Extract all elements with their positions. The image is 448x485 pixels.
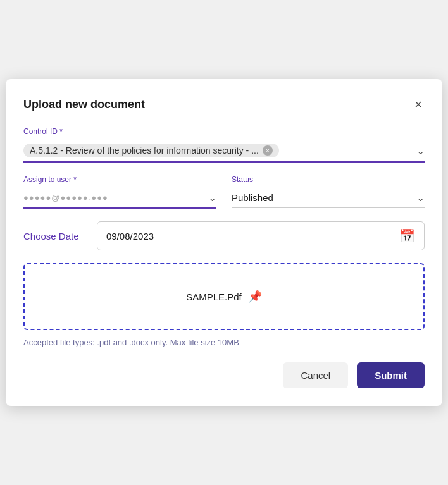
date-value: 09/08/2023: [106, 231, 154, 242]
assign-to-user-select[interactable]: ●●●●●@●●●●●.●●● ⌄: [23, 188, 216, 209]
assign-chevron-icon: ⌄: [208, 192, 216, 204]
control-id-text: A.5.1.2 - Review of the policies for inf…: [30, 145, 259, 156]
status-chevron-icon: ⌄: [416, 192, 425, 204]
cancel-button[interactable]: Cancel: [283, 362, 348, 388]
control-id-clear-icon[interactable]: ×: [263, 145, 273, 156]
file-hint: Accepted file types: .pdf and .docx only…: [23, 338, 425, 347]
control-id-section: Control ID * A.5.1.2 - Review of the pol…: [23, 127, 425, 163]
modal-overlay: Upload new document × Control ID * A.5.1…: [0, 0, 448, 485]
modal-title: Upload new document: [23, 98, 145, 111]
status-select[interactable]: Published ⌄: [232, 188, 425, 208]
paperclip-icon: 📌: [248, 290, 262, 304]
control-id-label: Control ID *: [23, 127, 425, 136]
control-id-chevron-icon: ⌄: [416, 145, 425, 157]
assign-to-user-label: Assign to user *: [23, 175, 216, 184]
close-button[interactable]: ×: [412, 97, 425, 112]
assign-to-user-section: Assign to user * ●●●●●@●●●●●.●●● ⌄: [23, 175, 216, 209]
status-label: Status: [232, 175, 425, 184]
modal-header: Upload new document ×: [23, 97, 425, 112]
upload-filename: SAMPLE.Pdf: [186, 292, 242, 302]
upload-document-modal: Upload new document × Control ID * A.5.1…: [6, 79, 442, 406]
calendar-icon: 📅: [399, 228, 415, 243]
status-section: Status Published ⌄: [232, 175, 425, 209]
upload-dropzone[interactable]: SAMPLE.Pdf 📌: [23, 263, 425, 330]
date-input[interactable]: 09/08/2023 📅: [97, 221, 425, 250]
assign-status-row: Assign to user * ●●●●●@●●●●●.●●● ⌄ Statu…: [23, 175, 425, 209]
status-value: Published: [232, 192, 273, 203]
assign-to-user-value: ●●●●●@●●●●●.●●●: [23, 193, 108, 202]
choose-date-label: Choose Date: [23, 231, 87, 242]
control-id-select[interactable]: A.5.1.2 - Review of the policies for inf…: [23, 140, 425, 163]
control-id-value: A.5.1.2 - Review of the policies for inf…: [23, 144, 279, 157]
submit-button[interactable]: Submit: [357, 362, 425, 388]
modal-footer: Cancel Submit: [23, 362, 425, 388]
control-id-value-wrap: A.5.1.2 - Review of the policies for inf…: [23, 144, 416, 157]
date-row: Choose Date 09/08/2023 📅: [23, 221, 425, 250]
